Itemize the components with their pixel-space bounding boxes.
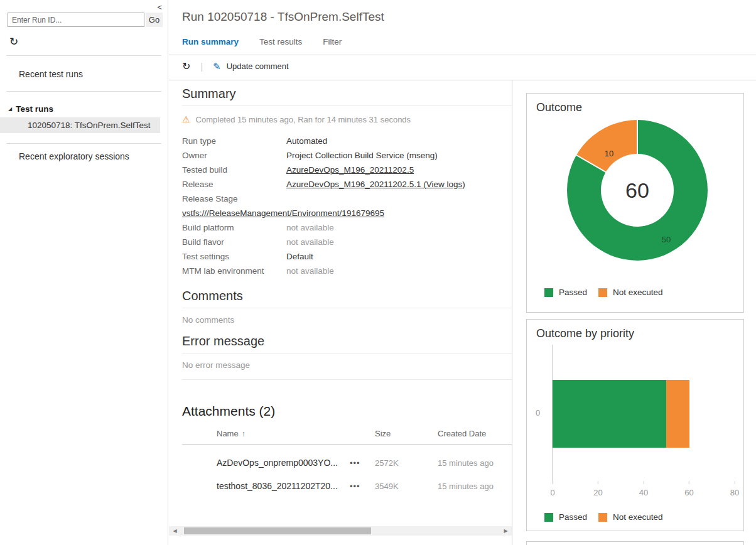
column-size[interactable]: Size	[375, 429, 438, 438]
recent-test-runs-label[interactable]: Recent test runs	[19, 69, 83, 79]
divider	[182, 379, 512, 380]
x-tick: 40	[639, 481, 648, 497]
x-tick: 0	[550, 481, 554, 497]
field-value: Default	[286, 252, 313, 261]
run-id-input[interactable]	[8, 13, 144, 27]
sidebar-divider	[6, 55, 161, 56]
field-label: Build platform	[182, 223, 286, 232]
legend-item-not-executed: Not executed	[598, 288, 663, 297]
legend-label: Not executed	[613, 288, 663, 297]
update-comment-button[interactable]: ✎ Update comment	[213, 61, 289, 72]
test-runs-label: Test runs	[16, 104, 53, 114]
more-options-icon[interactable]: •••	[350, 482, 375, 491]
field-row: Release AzureDevOps_M196_20211202.5.1 (V…	[182, 177, 512, 192]
table-row[interactable]: testhost_8036_20211202T20... ••• 3549K 1…	[182, 481, 512, 491]
legend: Passed Not executed	[544, 512, 663, 522]
field-row: Build platform not available	[182, 220, 512, 235]
legend: Passed Not executed	[544, 288, 663, 297]
error-message-heading: Error message	[182, 334, 512, 353]
legend-label: Passed	[559, 512, 587, 522]
legend-item-not-executed: Not executed	[598, 512, 663, 522]
update-comment-label: Update comment	[227, 62, 289, 71]
attachments-header-row: Name↑ Size Created Date	[182, 429, 512, 445]
field-label: Owner	[182, 151, 286, 160]
attachment-size: 3549K	[375, 482, 438, 491]
run-status-text: Completed 15 minutes ago, Ran for 14 min…	[196, 115, 411, 124]
field-value: Project Collection Build Service (mseng)	[286, 151, 438, 160]
bar-not-executed[interactable]	[666, 380, 689, 448]
donut-total: 60	[601, 154, 674, 227]
table-row[interactable]: AzDevOps_onpremp0003YO... ••• 2572K 15 m…	[182, 458, 512, 468]
tab-filter[interactable]: Filter	[323, 37, 342, 46]
stacked-bar[interactable]	[553, 380, 689, 448]
field-value: not available	[286, 266, 334, 276]
scroll-right-icon[interactable]: ▶	[501, 526, 510, 536]
attachment-created: 15 minutes ago	[438, 482, 494, 491]
field-value: Automated	[286, 136, 327, 146]
go-button[interactable]: Go	[146, 13, 163, 27]
x-tick: 60	[684, 481, 693, 497]
toolbar: ↻ | ✎ Update comment	[182, 60, 289, 72]
field-row: Release Stage	[182, 192, 512, 206]
scrollbar-thumb[interactable]	[184, 527, 371, 534]
tested-build-link[interactable]: AzureDevOps_M196_20211202.5	[286, 165, 414, 175]
tab-run-summary[interactable]: Run summary	[182, 37, 239, 46]
field-value: not available	[286, 223, 334, 232]
summary-heading: Summary	[182, 87, 512, 106]
tab-test-results[interactable]: Test results	[259, 37, 302, 46]
bar-passed[interactable]	[553, 380, 666, 448]
divider	[169, 55, 756, 55]
x-axis-ticks: 020406080	[553, 481, 741, 504]
legend-item-passed: Passed	[544, 288, 587, 297]
attachment-size: 2572K	[375, 458, 438, 468]
tree-expanded-icon: ◢	[8, 106, 12, 112]
refresh-icon[interactable]: ↻	[182, 60, 190, 72]
field-row: Test settings Default	[182, 249, 512, 264]
sidebar-collapse-icon[interactable]: <	[157, 3, 162, 12]
refresh-icon[interactable]: ↻	[9, 35, 18, 48]
field-label: Release Stage	[182, 194, 286, 203]
field-label: Tested build	[182, 165, 286, 175]
field-row: Tested build AzureDevOps_M196_20211202.5	[182, 163, 512, 177]
column-created-date[interactable]: Created Date	[438, 429, 486, 438]
column-name[interactable]: Name↑	[217, 429, 350, 438]
not-executed-swatch	[598, 288, 607, 297]
passed-swatch	[544, 288, 553, 297]
passed-swatch	[544, 513, 553, 522]
more-options-icon[interactable]: •••	[350, 458, 375, 468]
release-stage-link[interactable]: vstfs:///ReleaseManagement/Environment/1…	[182, 208, 384, 218]
attachment-name[interactable]: AzDevOps_onpremp0003YO...	[217, 458, 350, 468]
field-label: Run type	[182, 136, 286, 146]
attachments-table: Name↑ Size Created Date AzDevOps_onpremp…	[182, 429, 512, 491]
sidebar-divider	[6, 143, 161, 144]
sidebar-item-selected-run[interactable]: 102050718: TfsOnPrem.SelfTest	[0, 117, 160, 133]
outcome-by-priority-title: Outcome by priority	[536, 327, 634, 340]
sidebar-divider	[6, 91, 161, 92]
field-row: Run type Automated	[182, 134, 512, 148]
not-executed-swatch	[598, 513, 607, 522]
outcome-by-priority-card: Outcome by priority 0 020406080 Passed N…	[526, 319, 744, 531]
field-label: MTM lab environment	[182, 266, 286, 276]
x-tick: 80	[730, 481, 739, 497]
release-link[interactable]: AzureDevOps_M196_20211202.5.1 (View logs…	[286, 180, 465, 189]
sort-ascending-icon: ↑	[242, 429, 246, 438]
outcome-card: Outcome 10 50 60 Passed Not executed	[526, 93, 744, 313]
attachment-created: 15 minutes ago	[438, 458, 494, 468]
y-category-label: 0	[536, 408, 540, 418]
test-runs-tree-header[interactable]: ◢ Test runs	[8, 104, 53, 114]
field-row: Owner Project Collection Build Service (…	[182, 148, 512, 163]
field-row: Build flavor not available	[182, 235, 512, 249]
slice-label-passed: 50	[662, 235, 671, 244]
pencil-icon: ✎	[213, 61, 221, 72]
column-name-label: Name	[217, 429, 239, 438]
scroll-left-icon[interactable]: ◀	[170, 526, 180, 536]
page-title: Run 102050718 - TfsOnPrem.SelfTest	[182, 10, 384, 24]
horizontal-scrollbar[interactable]: ◀ ▶	[169, 526, 512, 536]
run-id-search: Go	[8, 13, 163, 27]
run-summary-panel: Summary ⚠ Completed 15 minutes ago, Ran …	[169, 80, 512, 545]
field-label: Test settings	[182, 252, 286, 261]
main-area: Run 102050718 - TfsOnPrem.SelfTest Run s…	[169, 0, 756, 545]
outcome-donut[interactable]: 10 50 60	[567, 120, 708, 261]
recent-exploratory-sessions-label[interactable]: Recent exploratory sessions	[19, 151, 129, 161]
attachment-name[interactable]: testhost_8036_20211202T20...	[217, 481, 350, 491]
